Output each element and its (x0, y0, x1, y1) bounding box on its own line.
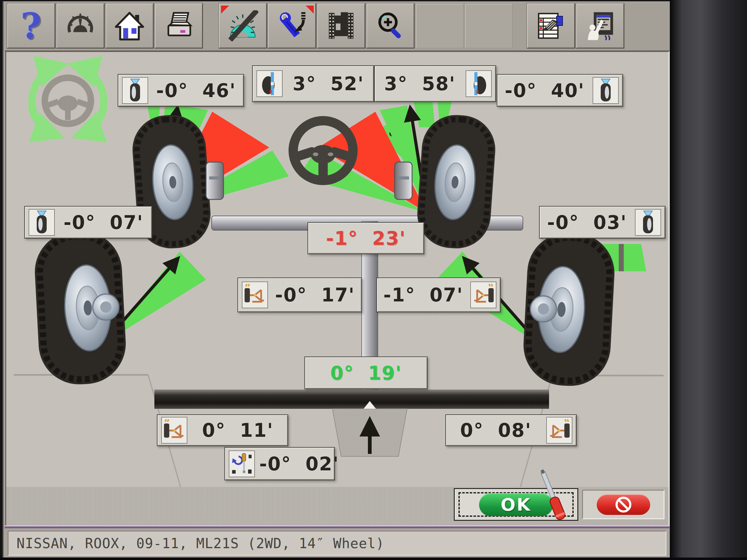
monitor-bezel-bottom (0, 558, 747, 560)
front-left-toe-readout: -0° 17' (237, 277, 362, 312)
toolbar-button-caster-measure[interactable] (219, 3, 267, 48)
wrench-adjust-icon (276, 10, 308, 42)
front-right-wheel (415, 113, 497, 250)
rear-left-toe-readout: 0° 11' (157, 415, 288, 446)
toolbar-button-print[interactable] (155, 3, 203, 48)
camber-icon (593, 77, 619, 104)
front-right-caster-readout: 3° 58' (374, 65, 496, 102)
alignment-view: -0° 46' 3° 52' 3° 58' -0° 40' -0° 07' -0… (5, 51, 670, 526)
monitor-bezel (670, 0, 747, 560)
toolbar-button-operator-panel[interactable] (576, 3, 624, 48)
toolbar-spacer (415, 3, 463, 48)
front-left-toe-value: -0° 17' (272, 284, 358, 306)
printer-icon (164, 11, 194, 41)
rear-left-camber-value: -0° 07' (59, 212, 148, 233)
rear-axle-bar (154, 390, 549, 409)
front-right-sensor-clamp (395, 162, 412, 199)
rear-total-toe-value: 0° 19' (309, 362, 423, 384)
rear-left-hub (93, 294, 119, 320)
rear-right-camber-value: -0° 03' (543, 212, 630, 233)
gauge-icon (66, 11, 95, 41)
rear-left-toe-value: 0° 11' (192, 419, 284, 441)
thrust-adjust-icon (229, 451, 255, 477)
toolbar-button-zoom[interactable] (366, 3, 414, 48)
operator-panel-icon (585, 11, 615, 41)
rear-right-hub (531, 296, 557, 322)
toolbar-button-measurements[interactable] (56, 3, 104, 48)
separator-line (5, 526, 670, 528)
film-demo-icon (326, 11, 356, 41)
toolbar: ? (5, 2, 670, 51)
home-icon (114, 11, 145, 41)
front-left-camber-readout: -0° 46' (118, 74, 244, 107)
rear-toe-icon (161, 417, 187, 444)
front-right-toe-value: -1° 07' (381, 284, 466, 306)
protractor-measure-icon (227, 10, 258, 42)
prohibition-icon (614, 495, 633, 514)
front-left-sensor-clamp (206, 162, 224, 199)
rear-toe-icon (546, 417, 572, 444)
rear-left-camber-readout: -0° 07' (24, 206, 152, 239)
front-right-camber-value: -0° 40' (501, 80, 588, 101)
thrust-angle-value: -0° 02' (259, 453, 339, 475)
ok-button[interactable]: OK (454, 488, 578, 521)
rear-total-toe-readout: 0° 19' (304, 356, 428, 389)
toolbar-spacer (465, 3, 513, 48)
front-right-camber-readout: -0° 40' (497, 74, 623, 107)
ok-pill: OK (479, 493, 553, 516)
front-right-toe-readout: -1° 07' (376, 277, 501, 312)
front-toe-icon (242, 282, 268, 308)
status-bar: NISSAN, ROOX, 09-11, ML21S (2WD, 14″ Whe… (8, 531, 666, 556)
front-toe-icon (470, 282, 496, 308)
thrust-angle-readout: -0° 02' (225, 447, 335, 480)
rear-right-toe-readout: 0° 08' (445, 415, 577, 446)
toolbar-button-demo-video[interactable] (317, 3, 365, 48)
toolbar-button-home[interactable] (105, 3, 153, 48)
front-left-camber-value: -0° 46' (153, 80, 240, 101)
front-right-caster-value: 3° 58' (379, 73, 461, 95)
front-left-caster-readout: 3° 52' (252, 65, 374, 102)
steering-level-indicator-icon (32, 66, 104, 135)
zoom-in-icon (376, 11, 405, 41)
ok-label: OK (501, 495, 532, 514)
vehicle-info: NISSAN, ROOX, 09-11, ML21S (2WD, 14″ Whe… (17, 535, 384, 551)
caster-icon (466, 70, 492, 97)
cancel-button[interactable] (582, 490, 665, 519)
caster-icon (256, 70, 283, 97)
warning-corner-badge (306, 6, 314, 14)
rear-right-camber-readout: -0° 03' (539, 206, 666, 239)
toolbar-button-adjust[interactable] (268, 3, 316, 48)
crt-screen: ? (2, 1, 671, 558)
warning-corner-badge (221, 6, 229, 14)
toolbar-button-help[interactable]: ? (7, 3, 55, 48)
camber-icon (635, 209, 661, 236)
camber-icon (29, 209, 55, 236)
steer-center-value: -1° 23' (312, 228, 420, 249)
camber-icon (122, 77, 148, 104)
cancel-pill (597, 495, 650, 515)
help-icon: ? (21, 8, 42, 44)
rear-right-toe-value: 0° 08' (450, 419, 542, 441)
alignment-machine-screen: ? (0, 0, 747, 560)
toolbar-button-spec-table[interactable] (527, 3, 575, 48)
pedestal (332, 401, 407, 456)
steer-center-readout: -1° 23' (308, 222, 424, 254)
spec-table-icon (536, 11, 566, 41)
front-left-caster-value: 3° 52' (287, 73, 370, 95)
